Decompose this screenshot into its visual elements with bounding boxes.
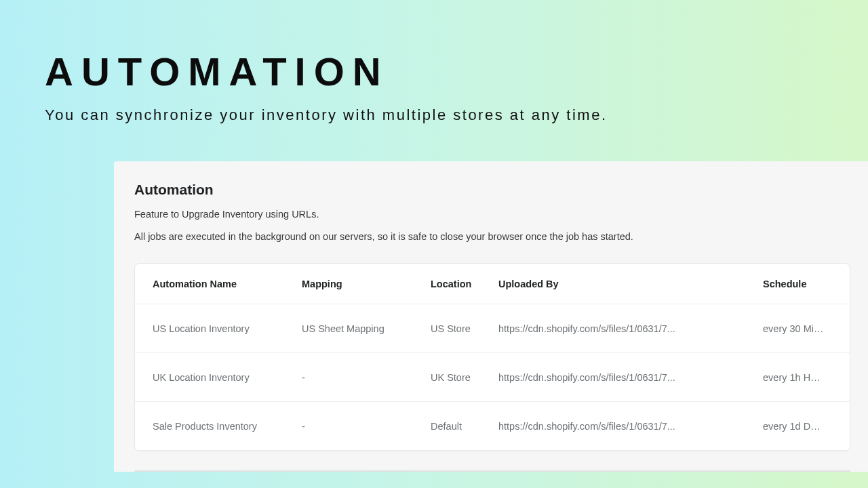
cell-location: US Store [431, 323, 498, 334]
col-header-location: Location [431, 279, 498, 289]
cell-uploaded: https://cdn.shopify.com/s/files/1/0631/7… [498, 421, 763, 432]
table-header-row: Automation Name Mapping Location Uploade… [135, 264, 850, 304]
panel-description-1: Feature to Upgrade Inventory using URLs. [134, 207, 850, 222]
cell-name: UK Location Inventory [153, 372, 302, 383]
cell-schedule: every 1d Days [763, 421, 832, 432]
col-header-mapping: Mapping [302, 279, 431, 289]
cell-location: Default [431, 421, 498, 432]
cell-uploaded: https://cdn.shopify.com/s/files/1/0631/7… [498, 323, 763, 334]
cell-uploaded: https://cdn.shopify.com/s/files/1/0631/7… [498, 372, 763, 383]
col-header-schedule: Schedule [763, 279, 832, 289]
table-row[interactable]: US Location Inventory US Sheet Mapping U… [135, 304, 850, 353]
cell-name: US Location Inventory [153, 323, 302, 334]
panel-title: Automation [134, 182, 850, 198]
cell-name: Sale Products Inventory [153, 421, 302, 432]
divider [134, 470, 850, 472]
cell-mapping: - [302, 421, 431, 432]
col-header-name: Automation Name [153, 279, 302, 289]
cell-schedule: every 30 Minutes [763, 323, 832, 334]
automation-panel: Automation Feature to Upgrade Inventory … [114, 161, 868, 472]
automation-table: Automation Name Mapping Location Uploade… [134, 263, 850, 451]
cell-mapping: - [302, 372, 431, 383]
page-root: AUTOMATION You can synchronize your inve… [0, 0, 868, 488]
col-header-uploaded: Uploaded By [498, 279, 763, 289]
hero-section: AUTOMATION You can synchronize your inve… [0, 0, 868, 124]
cell-mapping: US Sheet Mapping [302, 323, 431, 334]
page-subtitle: You can synchronize your inventory with … [45, 106, 868, 124]
panel-description-2: All jobs are executed in the background … [134, 230, 850, 244]
table-row[interactable]: Sale Products Inventory - Default https:… [135, 402, 850, 451]
page-title: AUTOMATION [45, 49, 868, 94]
table-row[interactable]: UK Location Inventory - UK Store https:/… [135, 353, 850, 402]
cell-schedule: every 1h Hours [763, 372, 832, 383]
cell-location: UK Store [431, 372, 498, 383]
